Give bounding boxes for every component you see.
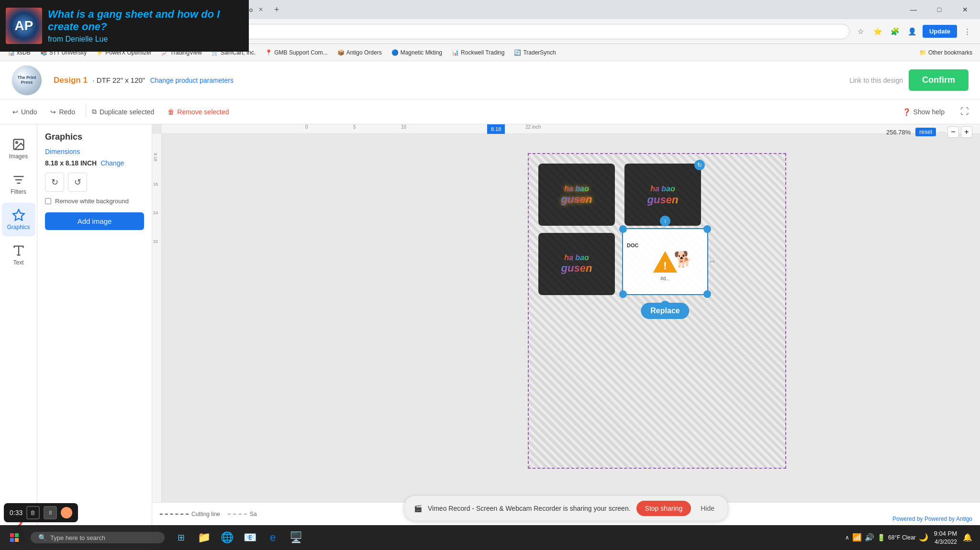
selected-item[interactable]: ↔ ↕ ↻ DOC ! — [622, 228, 708, 295]
undo-icon: ↩ — [12, 108, 18, 116]
sidebar-item-text[interactable]: Text — [2, 238, 35, 272]
minimize-button[interactable]: — — [902, 0, 924, 19]
rotate-cw-button[interactable]: ↻ — [45, 173, 64, 192]
svg-marker-5 — [13, 209, 24, 220]
recording-pause-button[interactable]: ⏸ — [44, 506, 57, 519]
text-icon — [12, 244, 25, 257]
maximize-button[interactable]: □ — [928, 0, 950, 19]
ruler-position-marker: 8.18 — [487, 124, 505, 134]
images-icon — [12, 138, 25, 151]
ruler-vertical: 8.18 16 24 32 — [152, 134, 162, 550]
taskbar-explorer[interactable]: 📁 — [193, 527, 214, 548]
bookmark-other[interactable]: 📁 Other bookmarks — [915, 47, 976, 58]
screen-share-message: Vimeo Record - Screen & Webcam Recorder … — [428, 505, 631, 512]
graphics-icon — [12, 209, 25, 222]
panel-title: Graphics — [45, 132, 144, 142]
header-right: Link to this design Confirm — [849, 69, 969, 91]
ruler-horizontal: 0 5 10 8.18 22 inch — [162, 124, 980, 134]
confirm-button[interactable]: Confirm — [909, 69, 969, 91]
notification-icon[interactable]: 🔔 — [959, 533, 976, 542]
menu-icon[interactable]: ⋮ — [960, 24, 974, 39]
stop-sharing-button[interactable]: Stop sharing — [636, 501, 691, 516]
resize-handle-tl[interactable] — [619, 225, 627, 233]
taskbar-edge[interactable]: e — [262, 527, 283, 548]
network-icon[interactable]: 📶 — [852, 533, 862, 542]
volume-icon[interactable]: 🔊 — [865, 533, 874, 542]
update-button[interactable]: Update — [923, 25, 957, 38]
main-content: Images Filters Graphics Text — [0, 124, 980, 550]
duplicate-button[interactable]: ⧉ Duplicate selected — [86, 105, 159, 119]
bookmark-trader[interactable]: 🔄 TraderSynch — [510, 47, 559, 58]
recording-stop-button[interactable] — [61, 507, 72, 518]
screen-share-notification: 🎬 Vimeo Record - Screen & Webcam Recorde… — [404, 495, 728, 521]
link-to-design[interactable]: Link to this design — [849, 77, 903, 84]
design-title: Design 1 — [54, 76, 88, 85]
search-icon: 🔍 — [38, 534, 46, 541]
dimensions-value: 8.18 x 8.18 INCH — [45, 159, 97, 167]
replace-button[interactable]: Replace — [641, 303, 689, 319]
taskbar-time: 9:04 PM — [934, 529, 957, 538]
taskbar-task-view[interactable]: ⊞ — [170, 527, 191, 548]
svg-rect-6 — [10, 533, 14, 537]
new-tab-button[interactable]: + — [270, 3, 283, 16]
star-icon[interactable]: ⭐ — [871, 24, 885, 39]
cutting-line-indicator: Cutting line — [160, 511, 220, 517]
taskbar-date: 4/3/2022 — [934, 538, 957, 546]
help-icon: ❓ — [902, 108, 911, 116]
sidebar-item-filters[interactable]: Filters — [2, 167, 35, 201]
sidebar-item-images[interactable]: Images — [2, 132, 35, 165]
expand-icon[interactable]: ⛶ — [957, 104, 972, 120]
redo-icon: ↪ — [50, 108, 56, 116]
app-container: The PrintPress Design 1 · DTF 22" x 120"… — [0, 61, 980, 550]
tab-3-close[interactable]: ✕ — [258, 6, 263, 13]
start-button[interactable] — [4, 527, 25, 548]
design-size: · DTF 22" x 120" — [92, 76, 145, 84]
bookmark-antigo-orders[interactable]: 📦 Antigo Orders — [334, 47, 386, 58]
recording-delete-button[interactable]: 🗑 — [26, 506, 40, 519]
video-author: from Denielle Lue — [48, 35, 243, 44]
remove-button[interactable]: 🗑 Remove selected — [163, 105, 234, 119]
bookmark-gmb[interactable]: 📍 GMB Support Com... — [261, 47, 331, 58]
resize-handle-tr[interactable] — [703, 225, 711, 233]
undo-button[interactable]: ↩ Undo — [8, 105, 42, 119]
remove-white-bg-label: Remove white background — [55, 198, 129, 205]
panel-dimensions-section: Dimensions 8.18 x 8.18 INCH Change — [45, 148, 144, 167]
taskbar-mail[interactable]: 📧 — [239, 527, 260, 548]
taskbar-app1[interactable]: 🖥️ — [285, 527, 306, 548]
taskbar-search[interactable]: 🔍 Type here to search — [31, 532, 165, 543]
resize-handle-br[interactable] — [703, 290, 711, 298]
sticker-item-3[interactable]: ha bao gusen — [538, 233, 615, 295]
bookmark-icon[interactable]: ☆ — [854, 24, 868, 39]
bookmark-rockwell[interactable]: 📊 Rockwell Trading — [448, 47, 508, 58]
canvas-content: ha bao gusen ha bao gusen ↻ — [162, 134, 980, 526]
add-image-button[interactable]: Add image — [45, 212, 144, 230]
taskbar-chrome[interactable]: 🌐 — [216, 527, 237, 548]
rotate-ccw-button[interactable]: ↺ — [68, 173, 87, 192]
screen-record-icon: 🎬 — [414, 505, 422, 512]
chevron-up-icon[interactable]: ∧ — [845, 534, 849, 541]
resize-handle-bl[interactable] — [619, 290, 627, 298]
profile-icon[interactable]: 👤 — [905, 24, 920, 39]
change-params-link[interactable]: Change product parameters — [150, 77, 234, 84]
battery-icon[interactable]: 🔋 — [877, 534, 885, 541]
sticker-item-1[interactable]: ha bao gusen — [538, 164, 615, 226]
channel-avatar: AP — [6, 8, 42, 44]
extensions-icon[interactable]: 🧩 — [888, 24, 902, 39]
weather-label: 68°F Clear — [888, 534, 916, 541]
move-handle-r[interactable]: ↔ — [707, 257, 717, 266]
hide-button[interactable]: Hide — [697, 503, 718, 514]
redo-button[interactable]: ↪ Redo — [45, 105, 79, 119]
weather-icon: 🌙 — [919, 533, 928, 542]
rotate-handle-2[interactable]: ↻ — [694, 160, 705, 170]
trash-icon: 🗑 — [167, 108, 174, 116]
sidebar-item-graphics[interactable]: Graphics — [2, 203, 35, 236]
recording-bar: 0:33 🗑 ⏸ — [4, 503, 78, 522]
design-info: Design 1 · DTF 22" x 120" Change product… — [54, 76, 838, 85]
bookmark-magnetic[interactable]: 🔵 Magnetic Mkting — [388, 47, 446, 58]
help-button[interactable]: ❓ Show help — [898, 105, 949, 119]
change-dimensions-link[interactable]: Change — [100, 159, 124, 167]
close-button[interactable]: ✕ — [954, 0, 976, 19]
filters-icon — [12, 173, 25, 187]
rotate-handle-top[interactable]: ↕ — [660, 216, 670, 226]
remove-white-bg-checkbox[interactable] — [45, 198, 51, 204]
